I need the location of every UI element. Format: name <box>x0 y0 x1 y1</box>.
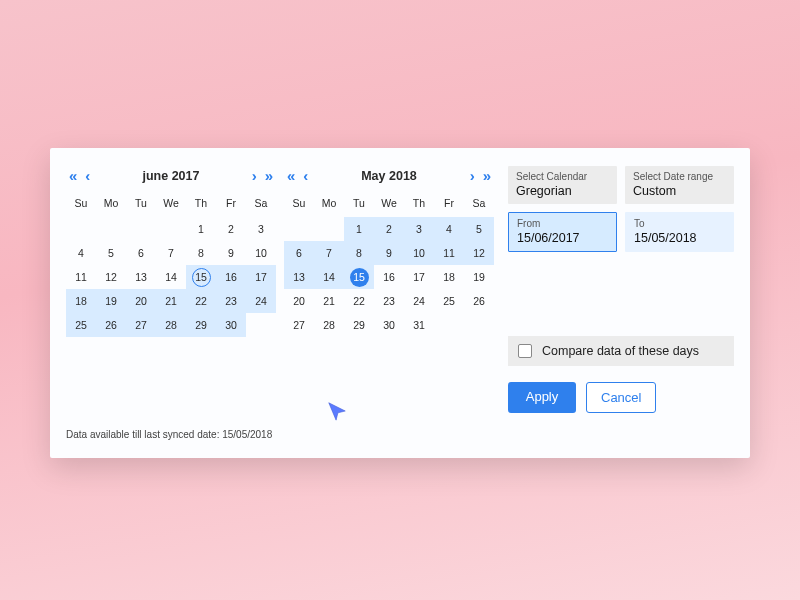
day-cell[interactable]: 15 <box>344 265 374 289</box>
day-of-week-label: We <box>374 191 404 217</box>
day-cell[interactable]: 4 <box>434 217 464 241</box>
day-cell-empty <box>96 217 126 241</box>
day-cell[interactable]: 20 <box>284 289 314 313</box>
day-cell[interactable]: 13 <box>126 265 156 289</box>
day-cell[interactable]: 2 <box>374 217 404 241</box>
date-range-select[interactable]: Select Date range Custom <box>625 166 734 204</box>
day-cell[interactable]: 22 <box>186 289 216 313</box>
day-cell[interactable]: 23 <box>216 289 246 313</box>
prev-month-button[interactable]: ‹ <box>302 166 309 185</box>
day-cell-empty <box>66 217 96 241</box>
day-cell[interactable]: 2 <box>216 217 246 241</box>
day-of-week-label: Su <box>66 191 96 217</box>
day-of-week-label: Tu <box>344 191 374 217</box>
day-of-week-label: Th <box>186 191 216 217</box>
day-cell[interactable]: 21 <box>156 289 186 313</box>
day-cell[interactable]: 27 <box>126 313 156 337</box>
day-cell-empty <box>126 217 156 241</box>
day-cell[interactable]: 25 <box>66 313 96 337</box>
day-cell[interactable]: 20 <box>126 289 156 313</box>
day-cell[interactable]: 30 <box>216 313 246 337</box>
day-of-week-label: Mo <box>96 191 126 217</box>
day-cell[interactable]: 8 <box>186 241 216 265</box>
checkbox-icon[interactable] <box>518 344 532 358</box>
calendar-left-title: june 2017 <box>143 169 200 183</box>
day-cell[interactable]: 12 <box>464 241 494 265</box>
next-month-button[interactable]: › <box>469 166 476 185</box>
day-cell[interactable]: 27 <box>284 313 314 337</box>
day-cell[interactable]: 28 <box>314 313 344 337</box>
compare-toggle[interactable]: Compare data of these days <box>508 336 734 366</box>
day-cell[interactable]: 30 <box>374 313 404 337</box>
day-cell[interactable]: 16 <box>216 265 246 289</box>
day-cell[interactable]: 29 <box>186 313 216 337</box>
day-cell[interactable]: 1 <box>186 217 216 241</box>
day-cell[interactable]: 3 <box>246 217 276 241</box>
day-cell[interactable]: 9 <box>216 241 246 265</box>
day-cell[interactable]: 17 <box>404 265 434 289</box>
prev-year-button[interactable]: « <box>68 166 78 185</box>
day-cell[interactable]: 24 <box>404 289 434 313</box>
day-of-week-label: Th <box>404 191 434 217</box>
day-cell[interactable]: 19 <box>464 265 494 289</box>
day-cell[interactable]: 17 <box>246 265 276 289</box>
calendar-right: « ‹ May 2018 › » SuMoTuWeThFrSa123456789… <box>284 166 494 413</box>
day-cell[interactable]: 7 <box>314 241 344 265</box>
calendar-right-title: May 2018 <box>361 169 417 183</box>
day-cell-empty <box>156 217 186 241</box>
day-cell[interactable]: 5 <box>96 241 126 265</box>
prev-year-button[interactable]: « <box>286 166 296 185</box>
day-cell-empty <box>314 217 344 241</box>
field-label: Select Date range <box>633 171 726 182</box>
prev-month-button[interactable]: ‹ <box>84 166 91 185</box>
calendar-left: « ‹ june 2017 › » SuMoTuWeThFrSa12345678… <box>66 166 276 413</box>
next-month-button[interactable]: › <box>251 166 258 185</box>
day-cell[interactable]: 9 <box>374 241 404 265</box>
calendar-pair: « ‹ june 2017 › » SuMoTuWeThFrSa12345678… <box>66 166 494 413</box>
day-cell[interactable]: 26 <box>96 313 126 337</box>
day-cell[interactable]: 11 <box>66 265 96 289</box>
day-cell[interactable]: 8 <box>344 241 374 265</box>
day-of-week-label: Tu <box>126 191 156 217</box>
day-cell[interactable]: 16 <box>374 265 404 289</box>
day-cell[interactable]: 13 <box>284 265 314 289</box>
day-cell[interactable]: 31 <box>404 313 434 337</box>
next-year-button[interactable]: » <box>482 166 492 185</box>
from-date-input[interactable]: From 15/06/2017 <box>508 212 617 252</box>
next-year-button[interactable]: » <box>264 166 274 185</box>
calendar-type-select[interactable]: Select Calendar Gregorian <box>508 166 617 204</box>
day-cell[interactable]: 6 <box>126 241 156 265</box>
day-cell[interactable]: 25 <box>434 289 464 313</box>
day-cell[interactable]: 22 <box>344 289 374 313</box>
field-value: Gregorian <box>516 184 609 198</box>
day-cell[interactable]: 10 <box>246 241 276 265</box>
cancel-button[interactable]: Cancel <box>586 382 656 413</box>
day-cell[interactable]: 5 <box>464 217 494 241</box>
day-cell[interactable]: 11 <box>434 241 464 265</box>
day-cell[interactable]: 19 <box>96 289 126 313</box>
day-cell[interactable]: 15 <box>186 265 216 289</box>
day-cell[interactable]: 29 <box>344 313 374 337</box>
day-cell[interactable]: 12 <box>96 265 126 289</box>
day-cell[interactable]: 23 <box>374 289 404 313</box>
day-of-week-label: Fr <box>434 191 464 217</box>
day-cell[interactable]: 26 <box>464 289 494 313</box>
day-cell[interactable]: 21 <box>314 289 344 313</box>
day-cell[interactable]: 18 <box>434 265 464 289</box>
day-cell[interactable]: 14 <box>156 265 186 289</box>
day-of-week-label: Mo <box>314 191 344 217</box>
day-of-week-label: Su <box>284 191 314 217</box>
to-date-input[interactable]: To 15/05/2018 <box>625 212 734 252</box>
day-cell[interactable]: 18 <box>66 289 96 313</box>
day-cell[interactable]: 4 <box>66 241 96 265</box>
day-cell[interactable]: 6 <box>284 241 314 265</box>
day-cell[interactable]: 3 <box>404 217 434 241</box>
field-label: From <box>517 218 608 229</box>
day-cell[interactable]: 14 <box>314 265 344 289</box>
day-cell[interactable]: 7 <box>156 241 186 265</box>
day-cell[interactable]: 1 <box>344 217 374 241</box>
apply-button[interactable]: Apply <box>508 382 576 413</box>
day-cell[interactable]: 24 <box>246 289 276 313</box>
day-cell[interactable]: 10 <box>404 241 434 265</box>
day-cell[interactable]: 28 <box>156 313 186 337</box>
